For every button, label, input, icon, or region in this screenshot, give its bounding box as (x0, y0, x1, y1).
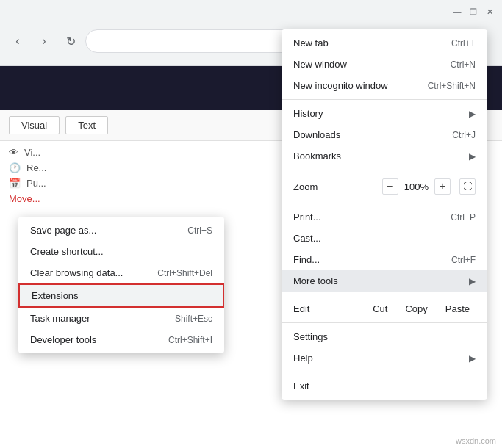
menu-sep-3 (282, 203, 487, 203)
menu-find[interactable]: Find... Ctrl+F (282, 249, 487, 270)
menu-task-manager-label: Task manager (30, 313, 90, 324)
menu-sep-2 (282, 170, 487, 170)
tab-visual[interactable]: Visual (9, 116, 60, 134)
menu-cast-label: Cast... (293, 233, 321, 244)
watermark: wsxdn.com (456, 436, 496, 445)
view-label: Vi... (24, 147, 40, 158)
menu-zoom: Zoom − 100% + ⛶ (282, 173, 487, 200)
menu-print-shortcut: Ctrl+P (451, 212, 476, 223)
menu-clear-browsing-label: Clear browsing data... (30, 267, 123, 278)
menu-new-tab-label: New tab (293, 37, 329, 48)
menu-extensions-label: Extensions (32, 290, 79, 301)
menu-create-shortcut[interactable]: Create shortcut... (18, 241, 224, 262)
zoom-plus-button[interactable]: + (434, 178, 451, 195)
menu-more-tools-label: More tools (293, 275, 338, 286)
secondary-context-menu: Save page as... Ctrl+S Create shortcut..… (18, 217, 224, 353)
menu-exit[interactable]: Exit (282, 375, 487, 397)
zoom-value: 100% (404, 181, 429, 192)
publish-icon: 📅 (9, 178, 21, 189)
menu-downloads-label: Downloads (293, 129, 340, 140)
move-link[interactable]: Move... (9, 193, 40, 204)
menu-settings-label: Settings (293, 331, 328, 342)
menu-downloads-shortcut: Ctrl+J (452, 130, 476, 140)
menu-history-arrow: ▶ (469, 109, 476, 119)
menu-developer-tools[interactable]: Developer tools Ctrl+Shift+I (18, 329, 224, 350)
menu-new-tab[interactable]: New tab Ctrl+T (282, 32, 487, 54)
menu-new-tab-shortcut: Ctrl+T (451, 38, 476, 48)
menu-task-manager[interactable]: Task manager Shift+Esc (18, 308, 224, 329)
menu-new-window[interactable]: New window Ctrl+N (282, 54, 487, 75)
menu-settings[interactable]: Settings (282, 326, 487, 347)
menu-create-shortcut-label: Create shortcut... (30, 246, 104, 257)
menu-sep-6 (282, 372, 487, 372)
menu-new-incognito[interactable]: New incognito window Ctrl+Shift+N (282, 75, 487, 96)
menu-help[interactable]: Help ▶ (282, 347, 487, 369)
menu-zoom-label: Zoom (293, 181, 318, 192)
view-icon: 👁 (9, 147, 18, 158)
close-button[interactable]: ✕ (483, 5, 496, 18)
title-bar: — ❐ ✕ (0, 0, 502, 24)
menu-sep-1 (282, 99, 487, 100)
primary-context-menu: New tab Ctrl+T New window Ctrl+N New inc… (282, 29, 487, 400)
tab-text[interactable]: Text (65, 116, 108, 134)
menu-edit-label[interactable]: Edit (293, 303, 361, 314)
zoom-minus-button[interactable]: − (382, 178, 398, 195)
menu-new-incognito-label: New incognito window (293, 80, 388, 91)
zoom-control: − 100% + ⛶ (382, 178, 476, 195)
menu-copy-label[interactable]: Copy (399, 303, 433, 314)
menu-bookmarks-arrow: ▶ (469, 151, 476, 162)
menu-exit-label: Exit (293, 380, 309, 391)
menu-history-label: History (293, 108, 323, 119)
menu-paste-label[interactable]: Paste (440, 303, 476, 314)
menu-sep-5 (282, 322, 487, 323)
menu-help-arrow: ▶ (469, 353, 476, 364)
menu-new-window-shortcut: Ctrl+N (451, 59, 476, 70)
menu-downloads[interactable]: Downloads Ctrl+J (282, 124, 487, 145)
forward-button[interactable]: › (32, 29, 56, 53)
menu-save-page[interactable]: Save page as... Ctrl+S (18, 220, 224, 241)
menu-bookmarks-label: Bookmarks (293, 151, 341, 162)
zoom-fullscreen-button[interactable]: ⛶ (459, 178, 476, 195)
menu-clear-browsing-shortcut: Ctrl+Shift+Del (157, 268, 212, 278)
menu-sep-4 (282, 295, 487, 295)
menu-more-tools[interactable]: More tools ▶ (282, 270, 487, 292)
minimize-button[interactable]: — (451, 5, 464, 18)
menu-find-shortcut: Ctrl+F (451, 255, 476, 265)
menu-find-label: Find... (293, 254, 320, 265)
refresh-button[interactable]: ↻ (59, 29, 82, 53)
revisions-label: Re... (26, 162, 46, 173)
menu-print[interactable]: Print... Ctrl+P (282, 206, 487, 228)
menu-developer-tools-shortcut: Ctrl+Shift+I (168, 335, 212, 345)
menu-help-label: Help (293, 353, 313, 364)
menu-edit-row: Edit Cut Copy Paste (282, 298, 487, 319)
menu-more-tools-arrow: ▶ (469, 276, 476, 286)
back-button[interactable]: ‹ (6, 29, 29, 53)
revisions-icon: 🕐 (9, 162, 21, 173)
menu-print-label: Print... (293, 212, 321, 223)
menu-save-page-shortcut: Ctrl+S (187, 225, 212, 236)
menu-extensions[interactable]: Extensions (18, 283, 224, 308)
menu-history[interactable]: History ▶ (282, 103, 487, 124)
menu-new-window-label: New window (293, 59, 347, 70)
menu-task-manager-shortcut: Shift+Esc (175, 314, 212, 324)
maximize-button[interactable]: ❐ (467, 5, 480, 18)
menu-cut-label[interactable]: Cut (367, 303, 393, 314)
menu-cast[interactable]: Cast... (282, 228, 487, 249)
publish-label: Pu... (26, 178, 46, 189)
menu-clear-browsing[interactable]: Clear browsing data... Ctrl+Shift+Del (18, 262, 224, 283)
menu-developer-tools-label: Developer tools (30, 334, 96, 345)
menu-new-incognito-shortcut: Ctrl+Shift+N (428, 81, 476, 91)
menu-save-page-label: Save page as... (30, 225, 96, 236)
menu-bookmarks[interactable]: Bookmarks ▶ (282, 145, 487, 167)
